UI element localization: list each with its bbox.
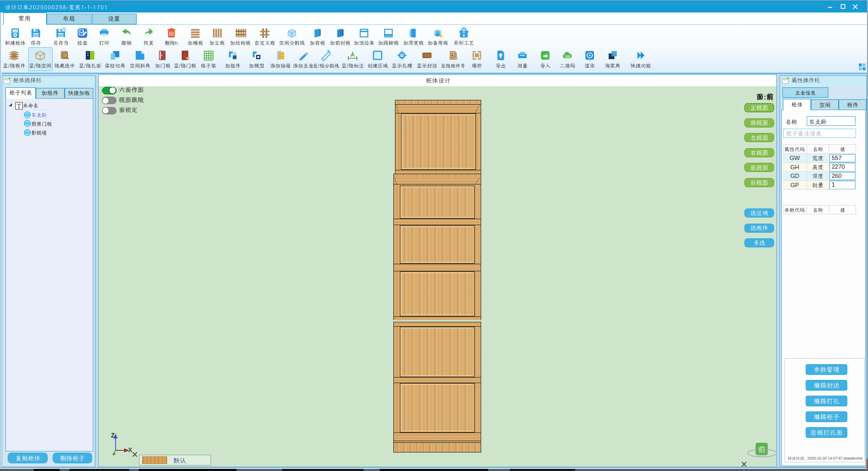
svg-text:1: 1	[451, 52, 454, 57]
svg-text:123: 123	[565, 55, 570, 58]
